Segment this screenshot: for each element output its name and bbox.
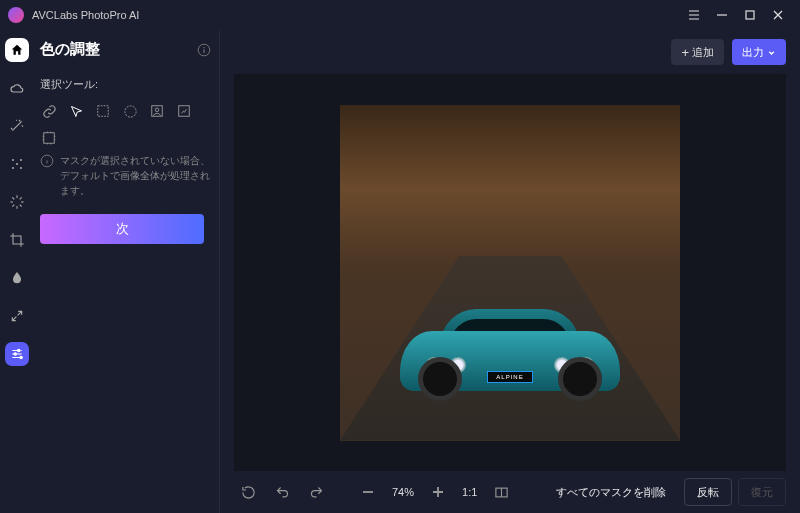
undo-icon[interactable]	[268, 478, 296, 506]
menu-icon[interactable]	[680, 1, 708, 29]
redo-icon[interactable]	[302, 478, 330, 506]
crop-icon[interactable]	[5, 228, 29, 252]
svg-point-13	[124, 105, 135, 116]
rectangle-select-icon[interactable]	[94, 102, 112, 120]
minimize-icon[interactable]	[708, 1, 736, 29]
link-select-icon[interactable]	[40, 102, 58, 120]
svg-point-6	[18, 349, 20, 351]
svg-rect-17	[44, 133, 55, 144]
panel-title: 色の調整	[40, 40, 100, 59]
svg-point-3	[12, 167, 14, 169]
magic-wand-icon[interactable]	[5, 114, 29, 138]
license-plate: ALPINE	[487, 371, 533, 383]
invert-button[interactable]: 反転	[684, 478, 732, 506]
svg-point-1	[12, 159, 14, 161]
app-title: AVCLabs PhotoPro AI	[32, 9, 139, 21]
svg-rect-14	[152, 106, 163, 117]
tool-rail	[0, 30, 34, 513]
svg-point-5	[16, 163, 18, 165]
object-select-icon[interactable]	[175, 102, 193, 120]
zoom-out-icon[interactable]	[354, 478, 382, 506]
cloud-icon[interactable]	[5, 76, 29, 100]
maximize-icon[interactable]	[736, 1, 764, 29]
app-logo-icon	[8, 7, 24, 23]
restore-button: 復元	[738, 478, 786, 506]
fit-screen-icon[interactable]	[487, 478, 515, 506]
zoom-in-icon[interactable]	[424, 478, 452, 506]
svg-point-10	[203, 46, 204, 47]
hint-text: マスクが選択されていない場合、デフォルトで画像全体が処理されます。	[60, 153, 211, 198]
zoom-value: 74%	[392, 486, 414, 498]
pointer-select-icon[interactable]	[67, 102, 85, 120]
selection-tools	[40, 102, 211, 147]
canvas-area: +追加 出力 ALPINE 74	[220, 30, 800, 513]
selection-tools-label: 選択ツール:	[40, 77, 211, 92]
person-select-icon[interactable]	[148, 102, 166, 120]
svg-point-15	[155, 108, 159, 112]
svg-point-7	[14, 353, 16, 355]
svg-point-4	[20, 167, 22, 169]
expand-select-icon[interactable]	[40, 129, 58, 147]
info-icon[interactable]	[197, 43, 211, 57]
close-icon[interactable]	[764, 1, 792, 29]
svg-rect-11	[203, 49, 204, 53]
output-button[interactable]: 出力	[732, 39, 786, 65]
svg-rect-12	[98, 106, 109, 117]
image-viewport[interactable]: ALPINE	[234, 74, 786, 471]
bottom-bar: 74% 1:1 すべてのマスクを削除 反転 復元	[220, 471, 800, 513]
titlebar: AVCLabs PhotoPro AI	[0, 0, 800, 30]
reset-icon[interactable]	[234, 478, 262, 506]
svg-point-8	[20, 356, 22, 358]
paint-drop-icon[interactable]	[5, 266, 29, 290]
svg-rect-0	[746, 11, 754, 19]
svg-point-2	[20, 159, 22, 161]
next-button[interactable]: 次	[40, 214, 204, 244]
magic-enhance-icon[interactable]	[5, 190, 29, 214]
home-button[interactable]	[5, 38, 29, 62]
ellipse-select-icon[interactable]	[121, 102, 139, 120]
side-panel: 色の調整 選択ツール: マスクが選択されていない場合、デフォルトで画像全体が処理…	[34, 30, 220, 513]
preview-image: ALPINE	[340, 105, 680, 441]
hint-info-icon	[40, 154, 54, 168]
sparkle-dots-icon[interactable]	[5, 152, 29, 176]
delete-all-masks-button[interactable]: すべてのマスクを削除	[544, 478, 678, 506]
expand-icon[interactable]	[5, 304, 29, 328]
add-button[interactable]: +追加	[671, 39, 724, 65]
adjust-sliders-icon[interactable]	[5, 342, 29, 366]
ratio-button[interactable]: 1:1	[462, 486, 477, 498]
